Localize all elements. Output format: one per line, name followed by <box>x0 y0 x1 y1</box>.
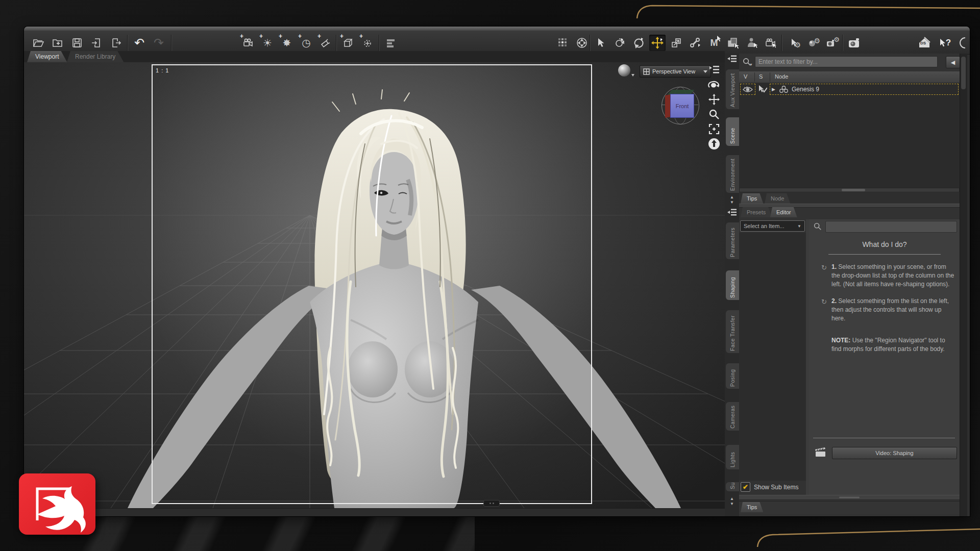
tab-tips-bottom[interactable]: Tips <box>741 502 763 512</box>
new-null-button[interactable]: + <box>359 35 376 51</box>
scene-columns-header: V S Node <box>739 71 960 83</box>
whats-this-help-button[interactable]: ? <box>937 35 953 51</box>
viewport-options-button[interactable] <box>707 63 721 77</box>
new-spotlight-button[interactable]: + <box>317 35 334 51</box>
shaping-bottom-tabs: Tips <box>739 501 960 514</box>
export-file-button[interactable] <box>108 35 124 51</box>
figure-tool[interactable] <box>744 35 760 51</box>
pane-splitter[interactable] <box>739 495 960 500</box>
tab-render-library[interactable]: Render Library <box>67 51 124 62</box>
merge-file-button[interactable] <box>50 35 66 51</box>
tab-tips[interactable]: Tips <box>741 193 763 204</box>
aspect-ratio-label: 1 : 1 <box>156 67 169 73</box>
new-primitive-button[interactable]: + <box>340 35 356 51</box>
show-sub-items-checkbox[interactable]: ✔ <box>741 482 750 492</box>
tab-node[interactable]: Node <box>765 193 790 204</box>
dragon-logo-icon <box>19 473 95 535</box>
pan-view-button[interactable] <box>707 93 721 106</box>
shaping-search-field[interactable] <box>825 221 957 233</box>
scene-outline-button[interactable] <box>383 35 399 51</box>
thumbnail-grid-button[interactable] <box>555 35 571 51</box>
dock-tab-scene[interactable]: Scene <box>726 117 739 146</box>
undo-button[interactable]: ↶ <box>131 35 148 51</box>
column-s[interactable]: S <box>759 73 763 80</box>
selectability-cursor-icon[interactable] <box>758 85 767 94</box>
ds-home-button[interactable]: DS <box>916 35 933 51</box>
viewport-resize-handle[interactable] <box>483 500 500 507</box>
drawstyle-caret <box>631 74 634 77</box>
dock-tab-aux-viewport[interactable]: Aux Viewport <box>726 69 739 109</box>
new-distant-light-button[interactable]: +☀ <box>259 35 276 51</box>
dock-tab-face-transfer[interactable]: Face Transfer <box>726 310 739 353</box>
dock-tab-cameras[interactable]: Cameras <box>726 402 739 431</box>
redo-button[interactable]: ↷ <box>151 35 167 51</box>
dock-tab-parameters[interactable]: Parameters <box>726 222 739 259</box>
scale-tool[interactable] <box>668 35 684 51</box>
clipped-circle-icon[interactable] <box>956 35 970 51</box>
toolbar-divider <box>336 35 337 51</box>
view-cube-front-face[interactable]: Front <box>670 94 694 118</box>
help-divider <box>813 438 955 438</box>
viewport-nav-column <box>707 63 722 152</box>
pane-group-menu-icon[interactable] <box>727 55 737 63</box>
filter-back-button[interactable]: ◀ <box>946 56 960 68</box>
dock-tab-lights[interactable]: Lights <box>726 445 739 469</box>
view-cube[interactable]: Front <box>659 84 701 128</box>
node-selection-tool[interactable] <box>593 35 609 51</box>
tab-editor[interactable]: Editor <box>770 207 797 217</box>
help-step-2: ↻ 2. Select something from the list on t… <box>831 297 955 323</box>
simulation-settings-button[interactable]: ⚙ <box>804 35 821 51</box>
home-view-button[interactable] <box>707 137 721 151</box>
new-camera-button[interactable]: + <box>240 35 256 51</box>
new-clock-button[interactable]: +◷ <box>298 35 314 51</box>
dock-tab-shaping[interactable]: Shaping <box>726 270 739 300</box>
camera-view-dropdown[interactable]: Perspective View <box>640 65 711 78</box>
scene-horizontal-scrollbar[interactable] <box>739 188 960 192</box>
import-file-button[interactable] <box>88 35 105 51</box>
search-options-caret[interactable]: ▼ <box>749 63 753 66</box>
tab-presets[interactable]: Presets <box>741 207 772 217</box>
rotate-view-tool[interactable] <box>611 35 628 51</box>
frame-view-button[interactable] <box>707 122 721 136</box>
viewport-3d[interactable]: 1 : 1 Perspective View <box>24 62 725 508</box>
scene-node-row-genesis9[interactable]: ▶ Genesis 9 <box>739 84 960 95</box>
pane-splitter[interactable] <box>739 204 960 208</box>
dock-tab-posing[interactable]: Posing <box>726 363 739 389</box>
help-step-1: ↻ 1. Select something in your scene, or … <box>831 263 955 289</box>
camera-view-tool[interactable] <box>763 35 779 51</box>
render-button[interactable] <box>846 35 863 51</box>
help-title: What do I do? <box>809 240 960 250</box>
tool-settings-button[interactable]: ⚙ <box>786 35 802 51</box>
surface-selection-tool[interactable] <box>725 35 741 51</box>
tab-viewport[interactable]: Viewport <box>27 51 67 62</box>
show-sub-items-row[interactable]: ✔ Show Sub Items <box>741 482 798 492</box>
open-file-button[interactable] <box>30 35 46 51</box>
column-v[interactable]: V <box>744 73 747 80</box>
search-icon <box>813 222 822 231</box>
dock-tab-surfaces[interactable]: Surfaces <box>726 482 739 491</box>
universal-translate-tool[interactable] <box>649 35 666 51</box>
zoom-view-button[interactable] <box>707 108 721 121</box>
spine-scroll-arrows[interactable]: ▲▼ <box>728 195 736 205</box>
orbit-tool[interactable] <box>630 35 647 51</box>
video-shaping-button[interactable]: Video: Shaping <box>832 447 957 459</box>
orbit-view-button[interactable] <box>707 78 721 91</box>
right-dock: ▼ ◀ V S Node ▶ Genesis 9 <box>739 54 960 516</box>
spine-scroll-arrows[interactable]: ▲▼ <box>728 496 736 507</box>
joint-editor-tool[interactable] <box>687 35 703 51</box>
shaping-item-dropdown[interactable]: Select an Item... ▼ <box>740 220 805 232</box>
scene-filter-input[interactable] <box>755 56 938 67</box>
drawstyle-sphere[interactable] <box>618 64 630 77</box>
render-settings-button[interactable]: ⚙ <box>823 35 840 51</box>
scene-tree[interactable]: ▶ Genesis 9 <box>739 83 960 188</box>
pane-group-menu-icon[interactable] <box>727 208 737 216</box>
new-point-light-button[interactable]: +✸ <box>279 35 295 51</box>
mesh-grabber-tool[interactable]: M <box>706 35 722 51</box>
dock-vertical-scrollbar[interactable] <box>960 54 967 516</box>
scene-navigator-button[interactable] <box>574 35 590 51</box>
shaping-item-list[interactable] <box>739 233 806 481</box>
column-node[interactable]: Node <box>775 73 788 80</box>
save-button[interactable] <box>69 35 85 51</box>
dock-tab-environment[interactable]: Environment <box>726 155 739 193</box>
video-row: Video: Shaping <box>809 446 960 460</box>
